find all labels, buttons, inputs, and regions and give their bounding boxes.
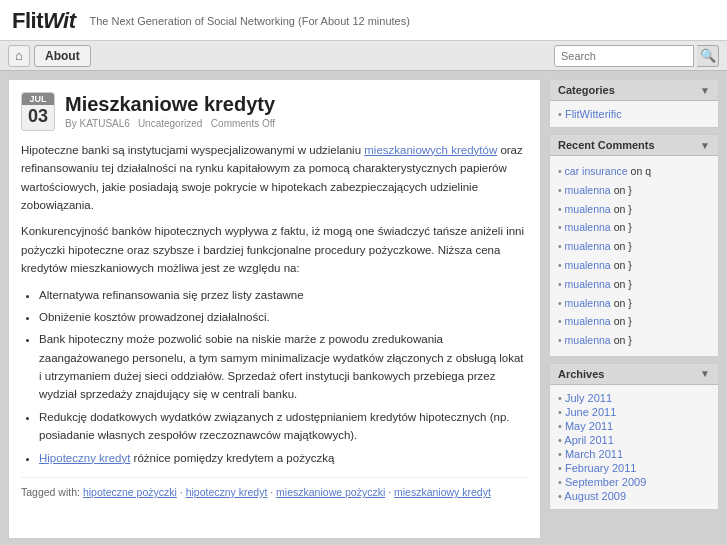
comment-item-7: mualenna on } — [558, 294, 710, 313]
tag-4[interactable]: mieszkaniowy kredyt — [394, 486, 491, 498]
archive-link-0[interactable]: July 2011 — [565, 392, 612, 404]
comment-link-5[interactable]: mualenna — [565, 259, 611, 271]
archive-item-3: April 2011 — [558, 433, 710, 447]
archives-arrow-icon: ▼ — [700, 368, 710, 379]
post-comments: Comments Off — [211, 118, 275, 129]
content-area: Jul 03 Mieszkaniowe kredyty By KATUSAL6 … — [8, 79, 541, 539]
recent-comments-list: car insurance on q mualenna on } mualenn… — [558, 162, 710, 350]
search-button[interactable]: 🔍 — [697, 45, 719, 67]
comment-item-2: mualenna on } — [558, 200, 710, 219]
categories-arrow-icon: ▼ — [700, 85, 710, 96]
post-day: 03 — [28, 106, 48, 126]
archive-link-5[interactable]: February 2011 — [565, 462, 637, 474]
archive-link-1[interactable]: June 2011 — [565, 406, 616, 418]
recent-comments-arrow-icon: ▼ — [700, 140, 710, 151]
post-title-area: Mieszkaniowe kredyty By KATUSAL6 Uncateg… — [65, 92, 275, 129]
comment-link-1[interactable]: mualenna — [565, 184, 611, 196]
tag-1[interactable]: hipoteczne pożyczki — [83, 486, 177, 498]
recent-comments-title: Recent Comments ▼ — [550, 135, 718, 156]
comment-link-8[interactable]: mualenna — [565, 315, 611, 327]
comment-item-4: mualenna on } — [558, 237, 710, 256]
archives-list: July 2011 June 2011 May 2011 April 2011 … — [558, 391, 710, 503]
categories-body: FlitWitterific — [550, 101, 718, 127]
comment-item-8: mualenna on } — [558, 312, 710, 331]
post-p1-before: Hipoteczne banki są instytucjami wyspecj… — [21, 144, 364, 156]
archives-title: Archives ▼ — [550, 364, 718, 385]
archive-item-0: July 2011 — [558, 391, 710, 405]
about-button[interactable]: About — [34, 45, 91, 67]
archives-body: July 2011 June 2011 May 2011 April 2011 … — [550, 385, 718, 509]
bullet5-after: różnice pomiędzy kredytem a pożyczką — [130, 452, 334, 464]
site-tagline: The Next Generation of Social Networking… — [90, 15, 410, 27]
archive-item-6: September 2009 — [558, 475, 710, 489]
bullet-5: Hipoteczny kredyt różnice pomiędzy kredy… — [39, 449, 528, 467]
comment-link-3[interactable]: mualenna — [565, 221, 611, 233]
category-item: FlitWitterific — [558, 107, 710, 121]
post-title: Mieszkaniowe kredyty — [65, 92, 275, 116]
archive-link-7[interactable]: August 2009 — [564, 490, 626, 502]
archive-link-2[interactable]: May 2011 — [565, 420, 613, 432]
categories-widget: Categories ▼ FlitWitterific — [549, 79, 719, 128]
comment-link-7[interactable]: mualenna — [565, 297, 611, 309]
categories-title: Categories ▼ — [550, 80, 718, 101]
archives-widget: Archives ▼ July 2011 June 2011 May 2011 … — [549, 363, 719, 510]
navbar: ⌂ About 🔍 — [0, 41, 727, 71]
comment-link-9[interactable]: mualenna — [565, 334, 611, 346]
post-bullets: Alternatywa refinansowania się przez lis… — [39, 286, 528, 468]
archive-item-5: February 2011 — [558, 461, 710, 475]
comment-link-6[interactable]: mualenna — [565, 278, 611, 290]
archive-item-2: May 2011 — [558, 419, 710, 433]
tag-2[interactable]: hipoteczny kredyt — [186, 486, 268, 498]
comment-link-2[interactable]: mualenna — [565, 203, 611, 215]
post-paragraph-1: Hipoteczne banki są instytucjami wyspecj… — [21, 141, 528, 215]
comment-link-4[interactable]: mualenna — [565, 240, 611, 252]
comment-item-1: mualenna on } — [558, 181, 710, 200]
comment-item-5: mualenna on } — [558, 256, 710, 275]
archive-item-4: March 2011 — [558, 447, 710, 461]
post-meta: By KATUSAL6 Uncategorized Comments Off — [65, 118, 275, 129]
post-body: Hipoteczne banki są instytucjami wyspecj… — [21, 141, 528, 501]
comment-item-6: mualenna on } — [558, 275, 710, 294]
comment-link-0[interactable]: car insurance — [565, 165, 628, 177]
post-category-link[interactable]: Uncategorized — [138, 118, 202, 129]
comment-item-0: car insurance on q — [558, 162, 710, 181]
bullet-4: Redukcję dodatkowych wydatków związanych… — [39, 408, 528, 445]
category-flitwiterific-link[interactable]: FlitWitterific — [565, 108, 622, 120]
comment-item-3: mualenna on } — [558, 218, 710, 237]
recent-comments-body: car insurance on q mualenna on } mualenn… — [550, 156, 718, 356]
hipoteczny-kredyt-link[interactable]: Hipoteczny kredyt — [39, 452, 130, 464]
date-box: Jul 03 — [21, 92, 55, 131]
archive-item-1: June 2011 — [558, 405, 710, 419]
archive-link-3[interactable]: April 2011 — [564, 434, 614, 446]
comment-item-9: mualenna on } — [558, 331, 710, 350]
main-layout: Jul 03 Mieszkaniowe kredyty By KATUSAL6 … — [0, 71, 727, 545]
post-kredytow-link[interactable]: mieszkaniowych kredytów — [364, 144, 497, 156]
tags-label: Tagged with: — [21, 486, 80, 498]
archive-link-6[interactable]: September 2009 — [565, 476, 646, 488]
bullet-3: Bank hipoteczny może pozwolić sobie na n… — [39, 330, 528, 404]
home-button[interactable]: ⌂ — [8, 45, 30, 67]
search-input[interactable] — [554, 45, 694, 67]
tag-3[interactable]: mieszkaniowe pożyczki — [276, 486, 385, 498]
bullet-1: Alternatywa refinansowania się przez lis… — [39, 286, 528, 304]
nav-left: ⌂ About — [8, 45, 91, 67]
categories-list: FlitWitterific — [558, 107, 710, 121]
post-author-link[interactable]: KATUSAL6 — [79, 118, 129, 129]
archive-link-4[interactable]: March 2011 — [565, 448, 623, 460]
bullet-2: Obniżenie kosztów prowadzonej działalnoś… — [39, 308, 528, 326]
sidebar: Categories ▼ FlitWitterific Recent Comme… — [549, 79, 719, 539]
post-month: Jul — [22, 93, 54, 105]
post-tags: Tagged with: hipoteczne pożyczki · hipot… — [21, 477, 528, 501]
nav-right: 🔍 — [554, 45, 719, 67]
archive-item-7: August 2009 — [558, 489, 710, 503]
post-paragraph-2: Konkurencyjność banków hipotecznych wypł… — [21, 222, 528, 277]
site-header: FlitWit The Next Generation of Social Ne… — [0, 0, 727, 41]
site-title: FlitWit — [12, 8, 76, 34]
post-header: Jul 03 Mieszkaniowe kredyty By KATUSAL6 … — [21, 92, 528, 131]
recent-comments-widget: Recent Comments ▼ car insurance on q mua… — [549, 134, 719, 357]
post-author-label: By KATUSAL6 — [65, 118, 130, 129]
